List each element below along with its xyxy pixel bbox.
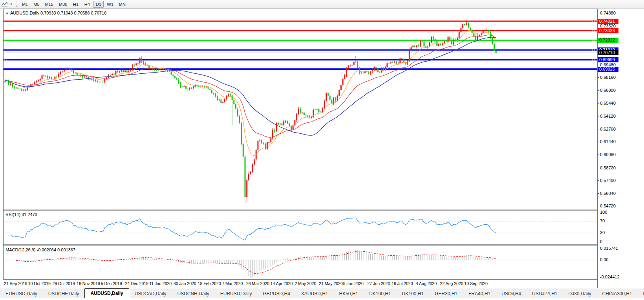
macd-current-values: -0.002064 0.001367: [37, 247, 75, 252]
date-tick-label: 4 Aug 2020: [416, 281, 437, 286]
line-anchor[interactable]: [593, 59, 595, 61]
chart-title[interactable]: ▼AUDUSD,Daily 0.70933 0.71043 0.70588 0.…: [5, 11, 106, 15]
chart-tab-uk100-h1[interactable]: UK100,H1: [397, 289, 429, 298]
line-anchor[interactable]: [593, 20, 595, 22]
chart-collapse-icon[interactable]: ▼: [5, 12, 9, 15]
price-level-badge-0.74021: 0.74021: [598, 19, 618, 24]
price-tick-mark: [598, 116, 599, 116]
chart-tab-fra40-h1[interactable]: FRA40,H1: [463, 289, 496, 298]
chart-tab-usoil-h4[interactable]: USOil,H4: [496, 289, 527, 298]
chart-tab-usdchf-daily[interactable]: USDCHF,Daily: [43, 289, 85, 298]
macd-scale-label: -0.024412: [600, 275, 620, 279]
price-tick-label: 0.64120: [600, 114, 616, 118]
moving-average-0: [5, 31, 496, 156]
date-tick-label: 14 Apr 2020: [271, 281, 293, 286]
rsi-indicator-label: RSI(14) 31.2470: [5, 212, 37, 217]
date-tick-label: 30 Jan 2020: [174, 281, 196, 286]
timeframe-toolbar: ▼ M1M5M15M30H1H4D1W1MN: [0, 0, 644, 9]
rsi-scale-label: 70: [600, 218, 605, 223]
price-tick-label: 0.54720: [600, 204, 616, 208]
chart-tab-gbpusd-h4[interactable]: GBPUSD,H4: [257, 289, 295, 298]
chart-tab-usdjpy-h1[interactable]: USDJPY,H1: [527, 289, 563, 298]
chart-area[interactable]: ▼AUDUSD,Daily 0.70933 0.71043 0.70588 0.…: [3, 9, 597, 279]
price-tick-label: 0.65440: [600, 101, 616, 105]
chart-tab-xauusd-h1[interactable]: XAUUSD,H1: [296, 289, 334, 298]
price-tick-mark: [598, 206, 599, 206]
timeframe-button-m1[interactable]: M1: [20, 1, 30, 8]
price-tick-mark: [598, 65, 599, 65]
chart-tab-usoil-h1[interactable]: USOil,H1: [638, 289, 644, 298]
date-tick-label: 24 Dec 2019: [125, 281, 149, 286]
chart-tab-bar: EURUSD,DailyUSDCHF,DailyAUDUSD,DailyUSDC…: [0, 288, 644, 298]
chart-tab-eurusd-daily[interactable]: EURUSD,Daily: [215, 289, 258, 298]
date-tick-label: 10 Sep 2020: [464, 281, 488, 286]
line-anchor[interactable]: [593, 39, 595, 41]
timeframe-button-d1[interactable]: D1: [93, 1, 104, 8]
price-level-badge-0.69999: 0.69999: [598, 57, 618, 62]
date-tick-label: 22 Aug 2020: [440, 281, 463, 286]
time-axis[interactable]: 21 Sep 201910 Oct 201929 Oct 201916 Nov …: [3, 279, 597, 288]
line-anchor[interactable]: [593, 49, 595, 51]
price-chart-canvas[interactable]: [4, 9, 598, 209]
chart-tab-eurusd-daily[interactable]: EURUSD,Daily: [0, 289, 43, 298]
chart-style-icon[interactable]: [2, 1, 9, 7]
panel-splitter[interactable]: [4, 209, 598, 211]
chart-tab-uk100-h1[interactable]: UK100,H1: [364, 289, 396, 298]
chart-tab-usdcad-daily[interactable]: USDCAD,Daily: [129, 289, 172, 298]
chart-tab-china300-h1[interactable]: CHINA300,H1: [597, 289, 638, 298]
price-tick-label: 0.58720: [600, 165, 616, 170]
chart-tab-ger30-h1[interactable]: GER30,H1: [429, 289, 463, 298]
price-tick-label: 0.66800: [600, 88, 616, 93]
macd-scale-label: 0.015741: [600, 246, 618, 251]
price-axis[interactable]: 0.748800.735200.694800.681600.668000.654…: [598, 9, 644, 279]
date-tick-label: 21 Sep 2019: [4, 281, 27, 286]
price-tick-mark: [598, 26, 599, 26]
chart-tab-audusd-daily[interactable]: AUDUSD,Daily: [84, 288, 129, 298]
price-tick-mark: [598, 193, 599, 194]
price-tick-mark: [598, 13, 599, 13]
price-tick-label: 0.73520: [600, 24, 616, 28]
line-anchor[interactable]: [5, 59, 7, 61]
rsi-chart-canvas[interactable]: [4, 211, 598, 244]
price-tick-label: 0.60080: [600, 152, 616, 157]
mt4-terminal-window: ▼ M1M5M15M30H1H4D1W1MN ▼AUDUSD,Daily 0.7…: [0, 0, 644, 300]
timeframe-buttons: M1M5M15M30H1H4D1W1MN: [19, 1, 128, 8]
price-tick-mark: [598, 103, 599, 104]
price-tick-label: 0.57400: [600, 178, 616, 183]
price-tick-label: 0.56040: [600, 191, 616, 196]
price-tick-mark: [598, 155, 599, 155]
date-tick-label: 16 Nov 2019: [77, 281, 100, 286]
line-anchor[interactable]: [593, 30, 595, 32]
price-tick-mark: [598, 180, 599, 181]
price-tick-mark: [598, 129, 599, 129]
timeframe-button-w1[interactable]: W1: [104, 1, 116, 8]
macd-chart-canvas[interactable]: [4, 246, 598, 280]
price-level-badge-0.73033: 0.73033: [598, 28, 618, 33]
price-level-badge-0.69025: 0.69025: [598, 67, 618, 72]
chart-tab-dj30-daily[interactable]: DJ30,Daily: [563, 289, 597, 298]
moving-average-2: [5, 37, 496, 135]
chart-style-dropdown-caret-icon[interactable]: ▼: [10, 3, 13, 5]
date-tick-label: 27 Jun 2020: [368, 281, 390, 286]
price-tick-mark: [598, 168, 599, 168]
timeframe-button-h4[interactable]: H4: [82, 1, 92, 8]
rsi-current-value: 31.2470: [22, 212, 37, 217]
price-tick-mark: [598, 90, 599, 91]
timeframe-button-h1[interactable]: H1: [70, 1, 81, 8]
chart-symbol-label: AUDUSD,Daily: [10, 11, 39, 15]
macd-indicator-label: MACD(12,26,9) -0.002064 0.001367: [5, 247, 75, 252]
current-price-badge: 0.70710: [598, 50, 618, 55]
chart-tab-hk50-h1[interactable]: HK50,H1: [334, 289, 364, 298]
timeframe-button-m15[interactable]: M15: [43, 1, 56, 8]
timeframe-button-m30[interactable]: M30: [57, 1, 70, 8]
price-tick-mark: [598, 77, 599, 78]
date-tick-label: 16 Jul 2020: [392, 281, 413, 286]
chart-tab-usdcnh-daily[interactable]: USDCNH,Daily: [172, 289, 214, 298]
timeframe-button-m5[interactable]: M5: [31, 1, 42, 8]
toolbar-grip[interactable]: [16, 2, 17, 7]
macd-scale-label: 0.00: [600, 257, 608, 262]
date-tick-label: 7 Mar 2020: [222, 281, 243, 286]
rsi-scale-label: 30: [600, 230, 605, 235]
timeframe-button-mn[interactable]: MN: [117, 1, 128, 8]
date-tick-label: 29 Oct 2019: [52, 281, 75, 286]
